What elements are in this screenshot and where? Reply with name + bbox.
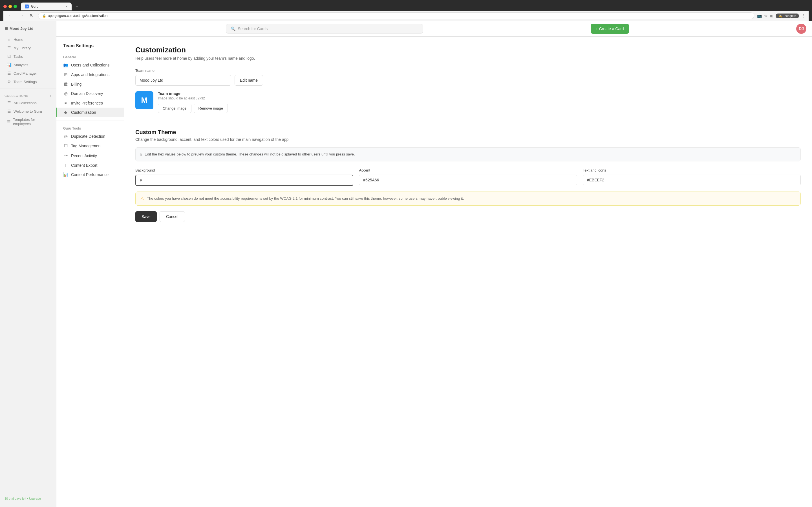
info-icon: ℹ: [140, 152, 142, 157]
menu-button[interactable]: ⋮: [801, 13, 805, 18]
sidebar-item-my-library[interactable]: ☰ My Library: [2, 44, 54, 52]
save-button[interactable]: Save: [135, 211, 157, 222]
sidebar-item-analytics[interactable]: 📊 Analytics: [2, 61, 54, 69]
traffic-lights: [3, 5, 17, 8]
sidebar-item-label: All Collections: [13, 101, 37, 105]
refresh-button[interactable]: ↻: [28, 13, 35, 19]
card-manager-icon: ☰: [7, 71, 11, 75]
content-area: Customization Help users feel more at ho…: [124, 37, 812, 507]
collections-expand-icon[interactable]: +: [50, 94, 52, 98]
sidebar-item-label: Team Settings: [13, 80, 37, 84]
collections-label: Collections: [4, 94, 28, 98]
search-bar[interactable]: 🔍 Search for Cards: [226, 24, 423, 34]
cancel-button[interactable]: Cancel: [160, 211, 185, 222]
settings-item-apps-and-integrations[interactable]: ⊞ Apps and Integrations: [56, 70, 124, 79]
edit-name-button[interactable]: Edit name: [235, 75, 263, 86]
settings-item-invite-preferences[interactable]: ≈ Invite Preferences: [56, 98, 124, 108]
team-image-title: Team image: [158, 91, 228, 96]
profile-button[interactable]: ⊞: [770, 13, 773, 18]
warning-icon: ⚠: [140, 196, 144, 202]
team-name-row: Edit name: [135, 75, 801, 86]
sidebar-item-home[interactable]: ⌂ Home: [2, 36, 54, 43]
browser-chrome: G Guru × + ← → ↻ 🔒 app.getguru.com/setti…: [0, 0, 812, 21]
back-button[interactable]: ←: [7, 13, 15, 19]
browser-actions: 📺 ☆ ⊞ 🕵 Incognito ⋮: [757, 13, 805, 18]
settings-item-recent-activity[interactable]: 〜 Recent Activity: [56, 151, 124, 161]
info-box: ℹ Edit the hex values below to preview y…: [135, 147, 801, 161]
warning-box: ⚠ The colors you have chosen do not meet…: [135, 191, 801, 206]
team-name-input[interactable]: [135, 75, 231, 86]
forward-button[interactable]: →: [17, 13, 26, 19]
minimize-window-button[interactable]: [8, 5, 12, 8]
remove-image-button[interactable]: Remove image: [194, 104, 228, 113]
settings-item-billing[interactable]: 🏛 Billing: [56, 79, 124, 89]
settings-item-label: Billing: [71, 82, 82, 87]
accent-field: Accent: [359, 168, 577, 186]
text-icons-input[interactable]: [583, 175, 801, 185]
page-title: Customization: [135, 46, 801, 54]
domain-discovery-icon: ◎: [63, 91, 68, 96]
left-sidebar: ☰ Mood Joy Ltd ⌂ Home ☰ My Library ☑ Tas…: [0, 21, 56, 507]
custom-theme-title: Custom Theme: [135, 129, 801, 135]
settings-item-customization[interactable]: ◆ Customization: [56, 108, 124, 117]
active-tab[interactable]: G Guru ×: [21, 3, 71, 10]
background-input[interactable]: [135, 175, 353, 186]
address-bar: ← → ↻ 🔒 app.getguru.com/settings/customi…: [3, 11, 809, 21]
url-bar[interactable]: 🔒 app.getguru.com/settings/customization: [38, 12, 754, 19]
content-performance-icon: 📊: [63, 172, 68, 177]
cast-button[interactable]: 📺: [757, 13, 762, 18]
background-label: Background: [135, 168, 353, 172]
recent-activity-icon: 〜: [63, 153, 68, 158]
settings-item-users-and-collections[interactable]: 👥 Users and Collections: [56, 60, 124, 70]
team-name-label: Mood Joy Ltd: [10, 26, 34, 31]
settings-item-label: Customization: [71, 110, 96, 115]
settings-item-label: Recent Activity: [71, 154, 97, 158]
incognito-label: Incognito: [783, 14, 796, 17]
maximize-window-button[interactable]: [13, 5, 17, 8]
settings-item-label: Invite Preferences: [71, 101, 103, 105]
team-name-field-label: Team name: [135, 68, 801, 73]
guru-tools-section-header: Guru Tools: [56, 124, 124, 131]
incognito-indicator: 🕵 Incognito: [776, 13, 799, 18]
sidebar-item-card-manager[interactable]: ☰ Card Manager: [2, 69, 54, 77]
duplicate-detection-icon: ◎: [63, 134, 68, 139]
sidebar-item-all-collections[interactable]: ☰ All Collections: [2, 99, 54, 107]
settings-item-label: Content Performance: [71, 172, 109, 177]
settings-item-tag-management[interactable]: ☐ Tag Management: [56, 141, 124, 151]
close-tab-button[interactable]: ×: [65, 4, 68, 9]
sidebar-item-welcome-to-guru[interactable]: ☰ Welcome to Guru: [2, 107, 54, 115]
url-text: app.getguru.com/settings/customization: [48, 14, 107, 18]
settings-item-label: Domain Discovery: [71, 91, 103, 96]
all-collections-icon: ☰: [7, 101, 11, 105]
create-card-button[interactable]: + Create a Card: [591, 24, 629, 34]
home-icon: ⌂: [7, 37, 11, 42]
sidebar-item-label: Analytics: [13, 63, 28, 67]
sidebar-item-templates-for-employees[interactable]: ☰ Templates for employees: [2, 116, 54, 128]
sidebar-item-team-settings[interactable]: ⚙ Team Settings: [2, 78, 54, 86]
settings-item-label: Users and Collections: [71, 63, 109, 67]
tab-title: Guru: [31, 4, 39, 8]
sidebar-menu-icon[interactable]: ☰: [4, 26, 8, 31]
sidebar-item-label: Card Manager: [13, 71, 37, 75]
sidebar-item-label: Home: [13, 38, 23, 42]
new-tab-button[interactable]: +: [73, 2, 81, 11]
text-icons-label: Text and icons: [583, 168, 801, 172]
page-subtitle: Help users feel more at home by adding y…: [135, 56, 801, 61]
settings-item-duplicate-detection[interactable]: ◎ Duplicate Detection: [56, 131, 124, 141]
trial-footer[interactable]: 30 trial days left • Upgrade: [0, 494, 56, 504]
change-image-button[interactable]: Change image: [158, 104, 192, 113]
sidebar-item-label: Tasks: [13, 54, 23, 59]
bookmark-button[interactable]: ☆: [764, 13, 768, 18]
accent-label: Accent: [359, 168, 577, 172]
settings-item-content-export[interactable]: ↑ Content Export: [56, 161, 124, 170]
sidebar-item-tasks[interactable]: ☑ Tasks: [2, 52, 54, 60]
accent-input[interactable]: [359, 175, 577, 185]
welcome-icon: ☰: [7, 109, 11, 114]
close-window-button[interactable]: [3, 5, 7, 8]
avatar[interactable]: DJ: [796, 24, 806, 34]
library-icon: ☰: [7, 46, 11, 50]
app-container: ☰ Mood Joy Ltd ⌂ Home ☰ My Library ☑ Tas…: [0, 21, 812, 507]
settings-item-domain-discovery[interactable]: ◎ Domain Discovery: [56, 89, 124, 98]
image-actions: Change image Remove image: [158, 104, 228, 113]
settings-item-content-performance[interactable]: 📊 Content Performance: [56, 170, 124, 179]
